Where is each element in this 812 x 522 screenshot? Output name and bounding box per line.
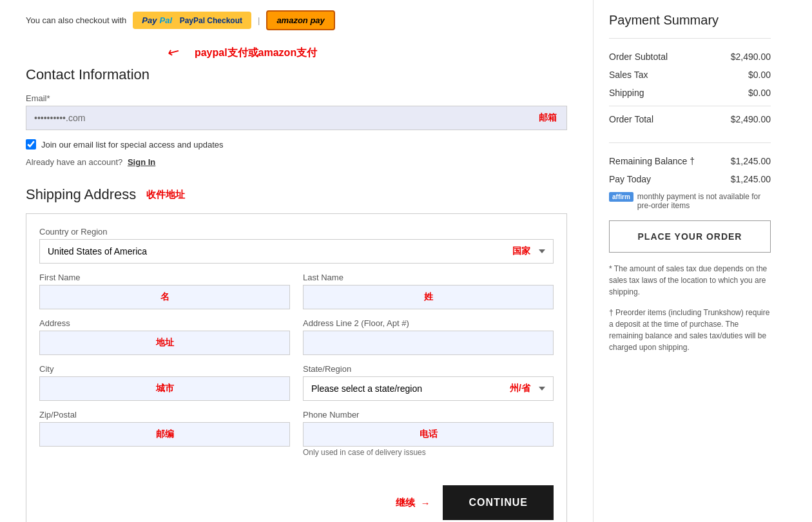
lastname-field-group: Last Name 姓 (303, 273, 554, 309)
name-row: First Name 名 Last Name 姓 (39, 273, 554, 318)
address-box: Country or Region United States of Ameri… (26, 213, 567, 522)
email-list-checkbox[interactable] (26, 139, 36, 150)
firstname-field-group: First Name 名 (39, 273, 290, 309)
lastname-annotation: 姓 (424, 291, 433, 303)
sales-tax-label: Sales Tax (609, 70, 648, 80)
city-state-row: City 城市 State/Region Please select a sta… (39, 364, 554, 410)
phone-annotation: 电话 (420, 429, 438, 440)
shipping-row: Shipping $0.00 (609, 88, 771, 98)
remaining-balance-row: Remaining Balance † $1,245.00 (609, 156, 771, 166)
order-summary-section: Order Subtotal $2,490.00 Sales Tax $0.00… (609, 52, 771, 143)
shipping-section: Shipping Address 收件地址 Country or Region … (26, 186, 567, 522)
address-label: Address (39, 318, 290, 328)
remaining-balance-value: $1,245.00 (731, 156, 771, 166)
amazon-pay-label: amazon pay (276, 15, 324, 25)
state-annotation: 州/省 (510, 383, 530, 394)
balance-section: Remaining Balance † $1,245.00 Pay Today … (609, 156, 771, 210)
country-label: Country or Region (39, 227, 554, 237)
firstname-annotation: 名 (160, 291, 169, 303)
continue-row: 继续 → CONTINUE (39, 479, 554, 522)
sales-tax-row: Sales Tax $0.00 (609, 70, 771, 80)
shipping-title-annotation: 收件地址 (146, 189, 185, 201)
order-subtotal-label: Order Subtotal (609, 52, 668, 62)
state-field-group: State/Region Please select a state/regio… (303, 364, 554, 401)
pay-today-row: Pay Today $1,245.00 (609, 174, 771, 184)
sales-tax-value: $0.00 (748, 70, 771, 80)
shipping-value: $0.00 (748, 88, 771, 98)
pay-today-value: $1,245.00 (731, 174, 771, 184)
phone-note: Only used in case of delivery issues (303, 448, 554, 457)
city-label: City (39, 364, 290, 374)
address2-field-group: Address Line 2 (Floor, Apt #) (303, 318, 554, 355)
address2-label: Address Line 2 (Floor, Apt #) (303, 318, 554, 328)
checkout-with-text: You can also checkout with (26, 15, 126, 25)
place-order-button[interactable]: PLACE YOUR ORDER (609, 220, 771, 253)
checkout-banner: You can also checkout with PayPal PayPal… (26, 10, 567, 30)
country-field-group: Country or Region United States of Ameri… (39, 227, 554, 264)
shipping-title: Shipping Address (26, 186, 136, 203)
lastname-label: Last Name (303, 273, 554, 282)
sign-in-row: Already have an account? Sign In (26, 157, 567, 167)
continue-annotation: 继续 → (396, 497, 430, 509)
address-field-group: Address 地址 (39, 318, 290, 355)
sidebar-title: Payment Summary (609, 13, 771, 39)
continue-arrow-icon: → (420, 498, 430, 508)
email-label: Email* (26, 93, 567, 103)
address-annotation: 地址 (156, 337, 174, 349)
state-label: State/Region (303, 364, 554, 374)
continue-text: 继续 (396, 497, 415, 509)
affirm-logo: affirm (609, 192, 633, 202)
address-row: Address 地址 Address Line 2 (Floor, Apt #) (39, 318, 554, 364)
main-content: You can also checkout with PayPal PayPal… (0, 0, 593, 522)
zip-annotation: 邮编 (156, 429, 174, 440)
email-field-group: Email* 邮箱 (26, 93, 567, 130)
remaining-balance-label: Remaining Balance † (609, 156, 695, 166)
email-list-checkbox-row: Join our email list for special access a… (26, 139, 567, 150)
country-annotation: 国家 (512, 246, 530, 257)
annotation-wrapper: ↙ paypal支付或amazon支付 (26, 43, 567, 60)
contact-title: Contact Information (26, 66, 567, 83)
zip-field-group: Zip/Postal 邮编 (39, 410, 290, 457)
affirm-note: affirm monthly payment is not available … (609, 192, 771, 210)
phone-label: Phone Number (303, 410, 554, 420)
email-list-label: Join our email list for special access a… (41, 140, 224, 150)
country-select[interactable]: United States of America (39, 239, 554, 264)
email-input[interactable] (26, 106, 567, 130)
order-total-value: $2,490.00 (731, 114, 771, 124)
paypal-checkout-label: PayPal Checkout (180, 16, 242, 25)
paypal-checkout-button[interactable]: PayPal PayPal Checkout (133, 12, 251, 29)
affirm-text: monthly payment is not available for pre… (637, 192, 771, 210)
tax-note: * The amount of sales tax due depends on… (609, 263, 771, 298)
sidebar: Payment Summary Order Subtotal $2,490.00… (593, 0, 786, 522)
order-subtotal-row: Order Subtotal $2,490.00 (609, 52, 771, 62)
signin-prompt: Already have an account? (26, 157, 122, 167)
sign-in-link[interactable]: Sign In (128, 157, 155, 167)
zip-label: Zip/Postal (39, 410, 290, 420)
address2-input[interactable] (303, 331, 554, 355)
continue-button[interactable]: CONTINUE (443, 485, 554, 520)
order-subtotal-value: $2,490.00 (731, 52, 771, 62)
red-arrow-icon: ↙ (164, 41, 183, 62)
city-field-group: City 城市 (39, 364, 290, 401)
amazon-pay-button[interactable]: amazon pay (266, 10, 334, 30)
preorder-note: † Preorder items (including Trunkshow) r… (609, 307, 771, 353)
email-annotation: 邮箱 (539, 112, 557, 124)
zip-phone-row: Zip/Postal 邮编 Phone Number 电话 Only used … (39, 410, 554, 466)
order-total-row: Order Total $2,490.00 (609, 106, 771, 124)
phone-field-group: Phone Number 电话 Only used in case of del… (303, 410, 554, 457)
city-annotation: 城市 (156, 383, 174, 394)
pay-today-label: Pay Today (609, 174, 651, 184)
order-total-label: Order Total (609, 114, 653, 124)
paypal-amazon-annotation: paypal支付或amazon支付 (195, 47, 317, 58)
contact-section: Contact Information Email* 邮箱 Join our e… (26, 66, 567, 167)
shipping-label: Shipping (609, 88, 644, 98)
firstname-label: First Name (39, 273, 290, 282)
